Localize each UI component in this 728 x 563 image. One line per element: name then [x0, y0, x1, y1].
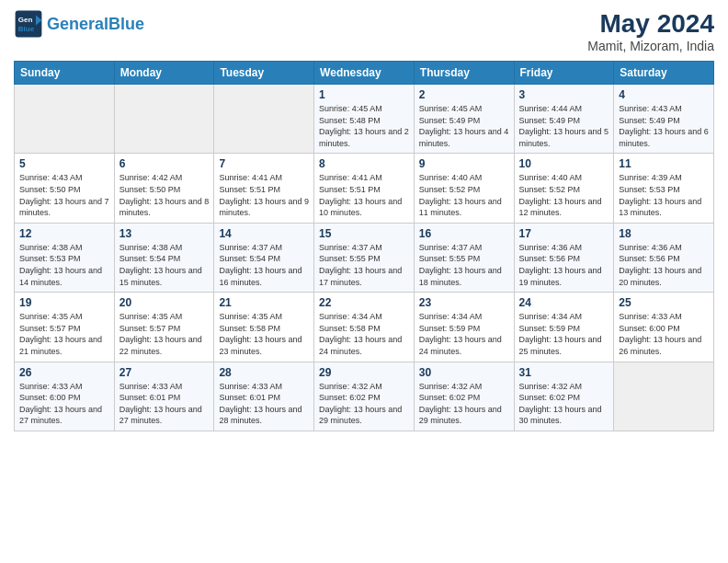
title-block: May 2024 Mamit, Mizoram, India: [587, 9, 714, 53]
day-info: Sunrise: 4:34 AMSunset: 5:59 PMDaylight:…: [519, 311, 609, 357]
day-cell-4-4: 22Sunrise: 4:34 AMSunset: 5:58 PMDayligh…: [314, 293, 415, 362]
day-number: 23: [419, 296, 509, 309]
day-info: Sunrise: 4:33 AMSunset: 6:00 PMDaylight:…: [19, 381, 109, 427]
calendar-title: May 2024: [587, 9, 714, 39]
day-number: 5: [19, 157, 109, 170]
day-number: 27: [119, 366, 210, 379]
day-info: Sunrise: 4:35 AMSunset: 5:57 PMDaylight:…: [119, 311, 210, 357]
day-cell-1-5: 2Sunrise: 4:45 AMSunset: 5:49 PMDaylight…: [414, 85, 514, 154]
day-number: 6: [119, 157, 210, 170]
day-cell-4-6: 24Sunrise: 4:34 AMSunset: 5:59 PMDayligh…: [514, 293, 614, 362]
day-info: Sunrise: 4:33 AMSunset: 6:01 PMDaylight:…: [219, 381, 309, 427]
day-info: Sunrise: 4:45 AMSunset: 5:48 PMDaylight:…: [319, 103, 409, 149]
day-info: Sunrise: 4:37 AMSunset: 5:54 PMDaylight:…: [219, 242, 309, 288]
day-number: 9: [419, 157, 509, 170]
day-number: 28: [219, 366, 309, 379]
week-row-1: 1Sunrise: 4:45 AMSunset: 5:48 PMDaylight…: [15, 85, 714, 154]
day-info: Sunrise: 4:32 AMSunset: 6:02 PMDaylight:…: [519, 381, 609, 427]
day-cell-4-7: 25Sunrise: 4:33 AMSunset: 6:00 PMDayligh…: [614, 293, 714, 362]
day-cell-3-4: 15Sunrise: 4:37 AMSunset: 5:55 PMDayligh…: [314, 223, 415, 292]
day-number: 24: [519, 296, 609, 309]
day-number: 15: [319, 227, 409, 240]
header: Gen Blue GeneralBlue May 2024 Mamit, Miz…: [14, 9, 714, 53]
day-cell-3-6: 17Sunrise: 4:36 AMSunset: 5:56 PMDayligh…: [514, 223, 614, 292]
day-cell-5-4: 29Sunrise: 4:32 AMSunset: 6:02 PMDayligh…: [314, 362, 415, 431]
day-number: 19: [19, 296, 109, 309]
day-number: 1: [319, 88, 409, 101]
header-wednesday: Wednesday: [314, 62, 415, 85]
day-info: Sunrise: 4:33 AMSunset: 6:00 PMDaylight:…: [619, 311, 709, 357]
svg-text:Blue: Blue: [18, 25, 35, 33]
day-cell-1-4: 1Sunrise: 4:45 AMSunset: 5:48 PMDaylight…: [314, 85, 415, 154]
day-cell-5-3: 28Sunrise: 4:33 AMSunset: 6:01 PMDayligh…: [214, 362, 314, 431]
day-number: 16: [419, 227, 509, 240]
day-info: Sunrise: 4:41 AMSunset: 5:51 PMDaylight:…: [219, 172, 309, 218]
day-number: 26: [19, 366, 109, 379]
week-row-2: 5Sunrise: 4:43 AMSunset: 5:50 PMDaylight…: [15, 154, 714, 223]
week-row-3: 12Sunrise: 4:38 AMSunset: 5:53 PMDayligh…: [15, 223, 714, 292]
day-cell-3-3: 14Sunrise: 4:37 AMSunset: 5:54 PMDayligh…: [214, 223, 314, 292]
day-info: Sunrise: 4:40 AMSunset: 5:52 PMDaylight:…: [519, 172, 609, 218]
week-row-4: 19Sunrise: 4:35 AMSunset: 5:57 PMDayligh…: [15, 293, 714, 362]
day-info: Sunrise: 4:38 AMSunset: 5:53 PMDaylight:…: [19, 242, 109, 288]
day-info: Sunrise: 4:34 AMSunset: 5:58 PMDaylight:…: [319, 311, 409, 357]
day-info: Sunrise: 4:44 AMSunset: 5:49 PMDaylight:…: [519, 103, 609, 149]
day-info: Sunrise: 4:33 AMSunset: 6:01 PMDaylight:…: [119, 381, 210, 427]
logo: Gen Blue GeneralBlue: [14, 9, 144, 39]
day-info: Sunrise: 4:36 AMSunset: 5:56 PMDaylight:…: [619, 242, 709, 288]
header-friday: Friday: [514, 62, 614, 85]
header-monday: Monday: [114, 62, 214, 85]
calendar-table: Sunday Monday Tuesday Wednesday Thursday…: [14, 61, 714, 431]
day-number: 31: [519, 366, 609, 379]
day-number: 30: [419, 366, 509, 379]
day-cell-5-6: 31Sunrise: 4:32 AMSunset: 6:02 PMDayligh…: [514, 362, 614, 431]
day-number: 2: [419, 88, 509, 101]
header-saturday: Saturday: [614, 62, 714, 85]
svg-text:Gen: Gen: [18, 16, 33, 24]
day-info: Sunrise: 4:41 AMSunset: 5:51 PMDaylight:…: [319, 172, 409, 218]
day-cell-2-7: 11Sunrise: 4:39 AMSunset: 5:53 PMDayligh…: [614, 154, 714, 223]
day-number: 11: [619, 157, 709, 170]
day-number: 12: [19, 227, 109, 240]
day-number: 18: [619, 227, 709, 240]
day-number: 10: [519, 157, 609, 170]
day-number: 22: [319, 296, 409, 309]
day-cell-1-1: [15, 85, 115, 154]
logo-blue: Blue: [108, 15, 144, 33]
header-thursday: Thursday: [414, 62, 514, 85]
day-info: Sunrise: 4:39 AMSunset: 5:53 PMDaylight:…: [619, 172, 709, 218]
day-cell-5-7: [614, 362, 714, 431]
day-cell-5-1: 26Sunrise: 4:33 AMSunset: 6:00 PMDayligh…: [15, 362, 115, 431]
day-info: Sunrise: 4:43 AMSunset: 5:50 PMDaylight:…: [19, 172, 109, 218]
header-sunday: Sunday: [15, 62, 115, 85]
day-info: Sunrise: 4:37 AMSunset: 5:55 PMDaylight:…: [419, 242, 509, 288]
day-cell-4-5: 23Sunrise: 4:34 AMSunset: 5:59 PMDayligh…: [414, 293, 514, 362]
day-cell-3-2: 13Sunrise: 4:38 AMSunset: 5:54 PMDayligh…: [114, 223, 214, 292]
calendar-subtitle: Mamit, Mizoram, India: [587, 39, 714, 53]
day-info: Sunrise: 4:42 AMSunset: 5:50 PMDaylight:…: [119, 172, 210, 218]
day-info: Sunrise: 4:38 AMSunset: 5:54 PMDaylight:…: [119, 242, 210, 288]
day-number: 20: [119, 296, 210, 309]
day-number: 29: [319, 366, 409, 379]
day-info: Sunrise: 4:40 AMSunset: 5:52 PMDaylight:…: [419, 172, 509, 218]
day-number: 21: [219, 296, 309, 309]
page: Gen Blue GeneralBlue May 2024 Mamit, Miz…: [0, 0, 728, 563]
day-cell-5-2: 27Sunrise: 4:33 AMSunset: 6:01 PMDayligh…: [114, 362, 214, 431]
logo-general: General: [47, 15, 108, 33]
day-cell-2-3: 7Sunrise: 4:41 AMSunset: 5:51 PMDaylight…: [214, 154, 314, 223]
day-info: Sunrise: 4:36 AMSunset: 5:56 PMDaylight:…: [519, 242, 609, 288]
day-cell-2-5: 9Sunrise: 4:40 AMSunset: 5:52 PMDaylight…: [414, 154, 514, 223]
day-cell-2-2: 6Sunrise: 4:42 AMSunset: 5:50 PMDaylight…: [114, 154, 214, 223]
day-number: 25: [619, 296, 709, 309]
day-cell-4-1: 19Sunrise: 4:35 AMSunset: 5:57 PMDayligh…: [15, 293, 115, 362]
day-info: Sunrise: 4:35 AMSunset: 5:57 PMDaylight:…: [19, 311, 109, 357]
day-cell-3-5: 16Sunrise: 4:37 AMSunset: 5:55 PMDayligh…: [414, 223, 514, 292]
day-info: Sunrise: 4:35 AMSunset: 5:58 PMDaylight:…: [219, 311, 309, 357]
day-info: Sunrise: 4:37 AMSunset: 5:55 PMDaylight:…: [319, 242, 409, 288]
header-tuesday: Tuesday: [214, 62, 314, 85]
day-info: Sunrise: 4:34 AMSunset: 5:59 PMDaylight:…: [419, 311, 509, 357]
logo-text: GeneralBlue: [47, 16, 144, 32]
day-info: Sunrise: 4:32 AMSunset: 6:02 PMDaylight:…: [419, 381, 509, 427]
calendar-header-row: Sunday Monday Tuesday Wednesday Thursday…: [15, 62, 714, 85]
day-number: 14: [219, 227, 309, 240]
